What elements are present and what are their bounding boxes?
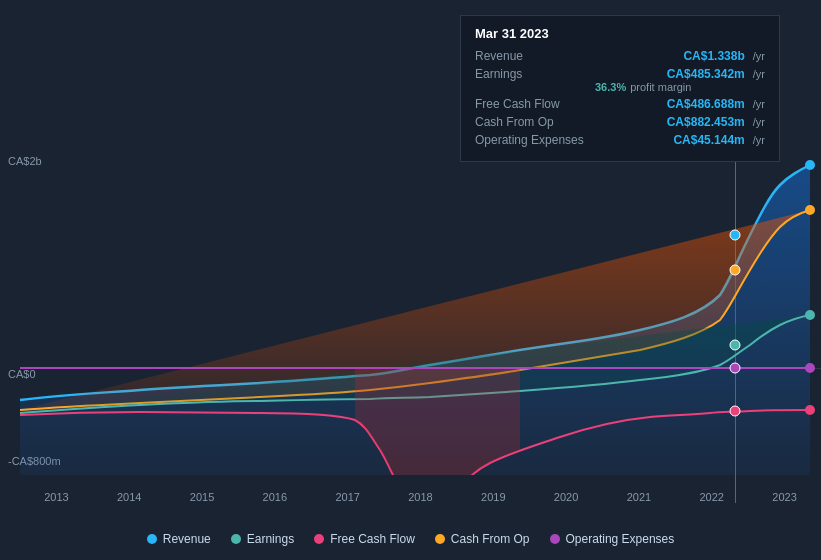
tooltip-unit-fcf: /yr [753,98,765,110]
legend-dot-revenue [147,534,157,544]
revenue-end-dot [805,160,815,170]
legend-label-revenue: Revenue [163,532,211,546]
tooltip-unit-earnings: /yr [753,68,765,80]
legend-item-opex[interactable]: Operating Expenses [550,532,675,546]
earnings-indicator-dot [730,340,740,350]
chart-container: Mar 31 2023 Revenue CA$1.338b /yr Earnin… [0,0,821,560]
legend-label-cashop: Cash From Op [451,532,530,546]
tooltip-row-revenue: Revenue CA$1.338b /yr [475,49,765,63]
chart-tooltip: Mar 31 2023 Revenue CA$1.338b /yr Earnin… [460,15,780,162]
chart-svg [0,155,821,475]
tooltip-margin-label: profit margin [630,81,691,93]
fcf-indicator-dot [730,406,740,416]
earnings-end-dot [805,310,815,320]
x-label-2023: 2023 [772,491,796,503]
tooltip-value-opex: CA$45.144m [673,133,744,147]
revenue-indicator-dot [730,230,740,240]
opex-indicator-dot [730,363,740,373]
legend-dot-earnings [231,534,241,544]
tooltip-row-earnings: Earnings CA$485.342m /yr 36.3% profit ma… [475,67,765,93]
x-label-2017: 2017 [335,491,359,503]
tooltip-date: Mar 31 2023 [475,26,765,41]
legend-dot-cashop [435,534,445,544]
tooltip-row-opex: Operating Expenses CA$45.144m /yr [475,133,765,147]
legend-item-revenue[interactable]: Revenue [147,532,211,546]
legend-label-fcf: Free Cash Flow [330,532,415,546]
opex-end-dot [805,363,815,373]
x-label-2021: 2021 [627,491,651,503]
legend-label-earnings: Earnings [247,532,294,546]
legend-item-earnings[interactable]: Earnings [231,532,294,546]
legend-dot-opex [550,534,560,544]
tooltip-label-revenue: Revenue [475,49,595,63]
tooltip-unit-cashop: /yr [753,116,765,128]
tooltip-margin-value: 36.3% [595,81,626,93]
tooltip-value-cashop: CA$882.453m [667,115,745,129]
tooltip-value-earnings: CA$485.342m [667,67,745,81]
tooltip-value-fcf: CA$486.688m [667,97,745,111]
x-label-2020: 2020 [554,491,578,503]
tooltip-label-earnings: Earnings [475,67,595,81]
x-label-2016: 2016 [263,491,287,503]
tooltip-unit-opex: /yr [753,134,765,146]
tooltip-earnings-main: Earnings CA$485.342m /yr [475,67,765,81]
legend-dot-fcf [314,534,324,544]
x-label-2022: 2022 [699,491,723,503]
tooltip-row-fcf: Free Cash Flow CA$486.688m /yr [475,97,765,111]
tooltip-label-fcf: Free Cash Flow [475,97,595,111]
fcf-end-dot [805,405,815,415]
tooltip-value-revenue: CA$1.338b [683,49,744,63]
cashop-indicator-dot [730,265,740,275]
legend-item-cashop[interactable]: Cash From Op [435,532,530,546]
chart-legend: Revenue Earnings Free Cash Flow Cash Fro… [0,532,821,546]
tooltip-label-cashop: Cash From Op [475,115,595,129]
tooltip-label-opex: Operating Expenses [475,133,595,147]
legend-label-opex: Operating Expenses [566,532,675,546]
x-label-2018: 2018 [408,491,432,503]
x-label-2013: 2013 [44,491,68,503]
tooltip-margin-row: 36.3% profit margin [595,81,765,93]
x-label-2014: 2014 [117,491,141,503]
legend-item-fcf[interactable]: Free Cash Flow [314,532,415,546]
x-label-2015: 2015 [190,491,214,503]
x-axis-labels: 2013 2014 2015 2016 2017 2018 2019 2020 … [20,485,821,503]
tooltip-row-cashop: Cash From Op CA$882.453m /yr [475,115,765,129]
cashop-end-dot [805,205,815,215]
tooltip-unit-revenue: /yr [753,50,765,62]
x-label-2019: 2019 [481,491,505,503]
